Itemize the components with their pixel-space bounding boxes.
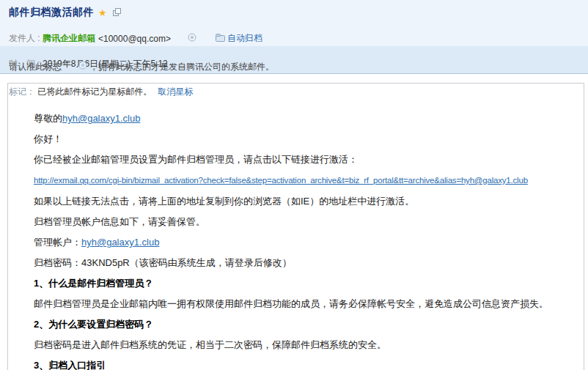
archive-folder-icon[interactable] [201,23,225,54]
account-label: 管理帐户： [34,237,81,248]
badge-text-after: ，拥有此标志的才是发自腾讯公司的系统邮件。 [89,61,274,73]
section-1-text: 邮件归档管理员是企业邮箱内唯一拥有权限使用邮件归档功能的成员，请务必保障帐号安全… [34,297,554,311]
section-1-heading: 1、什么是邮件归档管理员？ [34,276,554,290]
activation-url-link[interactable]: http://exmail.qq.com/cgi-bin/bizmail_act… [34,176,528,185]
verified-badge-icon[interactable] [173,23,196,54]
account-email-link[interactable]: hyh@galaxy1.club [81,237,159,248]
section-3-heading: 3、归档入口指引 [34,358,554,370]
mail-content-box: 尊敬的hyh@galaxy1.club 你好！ 你已经被企业邮箱管理员设置为邮件… [7,83,584,370]
auto-archive-link[interactable]: 自动归档 [227,32,262,45]
salutation-email-link[interactable]: hyh@galaxy1.club [62,113,140,124]
content-wrap: 尊敬的hyh@galaxy1.club 你好！ 你已经被企业邮箱管理员设置为邮件… [0,74,588,370]
account-line: 管理帐户：hyh@galaxy1.club [34,235,554,249]
password-line: 归档密码：43KND5pR（该密码由系统生成，请登录后修改） [34,256,554,270]
mail-subject: 邮件归档激活邮件 [9,6,94,19]
intro-line: 你已经被企业邮箱管理员设置为邮件归档管理员，请点击以下链接进行激活： [34,152,554,166]
salutation-prefix: 尊敬的 [34,113,62,124]
greeting-line: 你好！ [34,132,554,146]
sender-address: <10000@qq.com> [98,34,171,44]
account-info-line: 归档管理员帐户信息如下，请妥善保管。 [34,215,554,229]
sender-label: 发件人 : [9,32,43,45]
password-label: 归档密码： [34,257,81,268]
section-2-heading: 2、为什么要设置归档密码？ [34,317,554,331]
star-icon[interactable]: ★ [98,8,107,18]
password-value: 43KND5pR [81,257,130,268]
section-2-text: 归档密码是进入邮件归档系统的凭证，相当于二次密码，保障邮件归档系统的安全。 [34,338,554,352]
title-row: 邮件归档激活邮件 ★ [9,6,579,19]
mark-text: 已将此邮件标记为星标邮件。 [37,86,152,97]
badge-text-before: 请认准此标志 [9,61,62,73]
sender-name[interactable]: 腾讯企业邮箱 [43,32,95,45]
password-note: （该密码由系统生成，请登录后修改） [130,257,292,268]
mail-header: 邮件归档激活邮件 ★ 发件人 : 腾讯企业邮箱 <10000@qq.com> 自… [0,0,588,46]
salutation-line: 尊敬的hyh@galaxy1.club [34,111,554,125]
activation-url-line: http://exmail.qq.com/cgi-bin/bizmail_act… [34,173,554,188]
unstar-link[interactable]: 取消星标 [158,86,193,97]
mail-body: 尊敬的hyh@galaxy1.club 你好！ 你已经被企业邮箱管理员设置为邮件… [34,111,554,370]
system-mail-badge-icon [64,49,87,84]
open-in-new-window-icon[interactable] [113,6,121,19]
fallback-line: 如果以上链接无法点击，请将上面的地址复制到你的浏览器（如IE）的地址栏中进行激活… [34,194,554,208]
mark-label: 标记： [9,86,37,97]
